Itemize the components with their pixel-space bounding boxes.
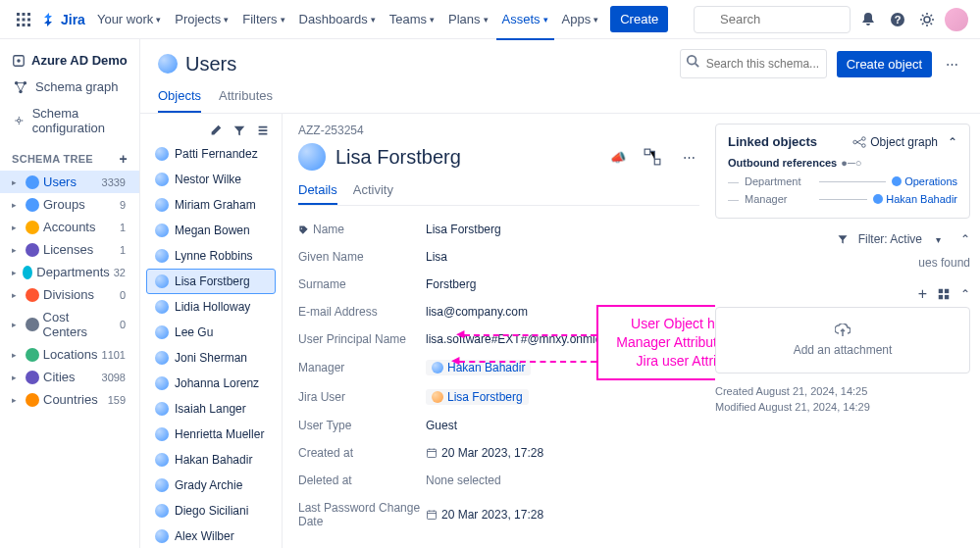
list-view-icon[interactable] [256, 124, 270, 137]
graph-icon [14, 80, 27, 94]
nav-your-work[interactable]: Your work▾ [91, 8, 167, 30]
object-list-item[interactable]: Joni Sherman [146, 345, 276, 371]
object-more-icon[interactable]: ⋯ [679, 146, 699, 169]
svg-line-21 [695, 64, 698, 68]
chevron-up-icon[interactable]: ⌃ [960, 287, 970, 301]
filter-active-dropdown[interactable]: Filter: Active [858, 232, 922, 246]
side-panel: Linked objects Object graph ⌃ Outbound r… [715, 114, 980, 548]
object-list-item[interactable]: Isaiah Langer [146, 396, 276, 422]
issues-filter-row: Filter: Active ▾ ⌃ [715, 228, 970, 250]
schema-icon [12, 54, 26, 68]
svg-point-27 [862, 136, 866, 140]
attachments-card[interactable]: Add an attachment [715, 307, 970, 374]
schema-tree-header: SCHEMA TREE + [0, 141, 139, 171]
svg-rect-30 [945, 289, 949, 293]
outbound-ref[interactable]: —ManagerHakan Bahadir [728, 190, 957, 208]
tree-item-countries[interactable]: ▸Countries159 [0, 388, 139, 411]
tree-item-groups[interactable]: ▸Groups9 [0, 193, 139, 216]
tab-activity[interactable]: Activity [353, 176, 393, 205]
object-list-item[interactable]: Alex Wilber [146, 523, 276, 548]
schema-name[interactable]: Azure AD Demo [0, 47, 139, 74]
nav-dashboards[interactable]: Dashboards▾ [293, 8, 382, 30]
profile-avatar[interactable] [945, 8, 968, 31]
object-list-item[interactable]: Hakan Bahadir [146, 447, 276, 473]
chevron-up-icon[interactable]: ⌃ [948, 135, 957, 149]
created-timestamp: Created August 21, 2024, 14:25 [715, 383, 970, 399]
attr-row: Jira UserLisa Forstberg [298, 382, 699, 412]
tab-attributes[interactable]: Attributes [219, 88, 273, 113]
tree-item-departments[interactable]: ▸Departments32 [0, 261, 139, 283]
users-icon [158, 54, 178, 74]
svg-rect-32 [945, 295, 949, 299]
settings-icon[interactable] [915, 8, 939, 31]
nav-projects[interactable]: Projects▾ [169, 8, 234, 30]
linked-objects-card: Linked objects Object graph ⌃ Outbound r… [715, 124, 970, 219]
svg-rect-29 [939, 289, 943, 293]
svg-point-26 [853, 140, 857, 144]
attr-row: SurnameForstberg [298, 271, 699, 298]
tree-item-users[interactable]: ▸Users3339 [0, 171, 139, 193]
global-search-input[interactable] [694, 6, 851, 33]
create-button[interactable]: Create [610, 6, 668, 32]
user-avatar-icon [298, 143, 326, 171]
object-list-item[interactable]: Nestor Wilke [146, 167, 276, 192]
tree-item-locations[interactable]: ▸Locations1101 [0, 343, 139, 366]
nav-filters[interactable]: Filters▾ [236, 8, 290, 30]
tree-item-cities[interactable]: ▸Cities3098 [0, 366, 139, 388]
page-title: Users [158, 53, 670, 75]
add-tree-item-icon[interactable]: + [120, 151, 128, 167]
svg-point-19 [18, 119, 21, 122]
object-list-item[interactable]: Lynne Robbins [146, 243, 276, 269]
create-object-button[interactable]: Create object [837, 51, 932, 77]
svg-rect-1 [23, 13, 26, 16]
more-actions-icon[interactable]: ⋯ [942, 53, 962, 75]
chevron-up-icon[interactable]: ⌃ [960, 232, 970, 246]
object-list-item[interactable]: Diego Siciliani [146, 498, 276, 523]
object-list-item[interactable]: Miriam Graham [146, 192, 276, 218]
object-graph-link[interactable]: Object graph [870, 135, 938, 149]
tab-details[interactable]: Details [298, 176, 337, 205]
modified-timestamp: Modified August 21, 2024, 14:29 [715, 399, 970, 415]
tree-item-divisions[interactable]: ▸Divisions0 [0, 283, 139, 306]
svg-rect-3 [17, 18, 20, 21]
sidebar: Azure AD Demo Schema graph Schema config… [0, 39, 140, 548]
object-key: AZZ-253254 [298, 124, 699, 137]
tree-item-accounts[interactable]: ▸Accounts1 [0, 216, 139, 238]
tree-item-licenses[interactable]: ▸Licenses1 [0, 238, 139, 261]
object-graph-icon [852, 135, 866, 149]
jira-logo[interactable]: Jira [41, 12, 85, 27]
global-search[interactable] [694, 6, 851, 33]
object-list-item[interactable]: Lisa Forstberg [146, 269, 276, 294]
nav-apps[interactable]: Apps▾ [556, 8, 605, 30]
sidebar-schema-config[interactable]: Schema configuration [0, 100, 139, 141]
filter-icon[interactable] [232, 124, 246, 137]
app-switcher-icon[interactable] [12, 8, 35, 31]
object-list-item[interactable]: Megan Bowen [146, 218, 276, 243]
outbound-ref[interactable]: —DepartmentOperations [728, 173, 957, 190]
announce-icon[interactable]: 📣 [610, 150, 626, 165]
object-list-item[interactable]: Lidia Holloway [146, 294, 276, 320]
schema-search-input[interactable] [680, 49, 827, 78]
grid-view-icon[interactable] [937, 287, 951, 301]
add-icon[interactable]: + [918, 285, 927, 303]
notifications-icon[interactable] [856, 8, 880, 31]
object-list-item[interactable]: Henrietta Mueller [146, 422, 276, 447]
gear-icon [14, 114, 25, 127]
svg-rect-25 [428, 511, 437, 519]
nav-teams[interactable]: Teams▾ [384, 8, 440, 30]
object-list-item[interactable]: Lee Gu [146, 320, 276, 345]
search-icon [686, 54, 699, 68]
help-icon[interactable]: ? [886, 8, 909, 31]
attr-row: NameLisa Forstberg [298, 216, 699, 243]
sidebar-schema-graph[interactable]: Schema graph [0, 74, 139, 100]
graph-view-icon[interactable] [644, 148, 661, 166]
object-list-item[interactable]: Grady Archie [146, 473, 276, 498]
tab-objects[interactable]: Objects [158, 88, 201, 113]
top-nav: Jira Your work▾Projects▾Filters▾Dashboar… [0, 0, 980, 39]
nav-assets[interactable]: Assets▾ [496, 8, 554, 30]
nav-plans[interactable]: Plans▾ [442, 8, 494, 30]
edit-icon[interactable] [209, 124, 223, 137]
tree-item-cost-centers[interactable]: ▸Cost Centers0 [0, 306, 139, 343]
object-list-item[interactable]: Patti Fernandez [146, 141, 276, 167]
object-list-item[interactable]: Johanna Lorenz [146, 371, 276, 396]
